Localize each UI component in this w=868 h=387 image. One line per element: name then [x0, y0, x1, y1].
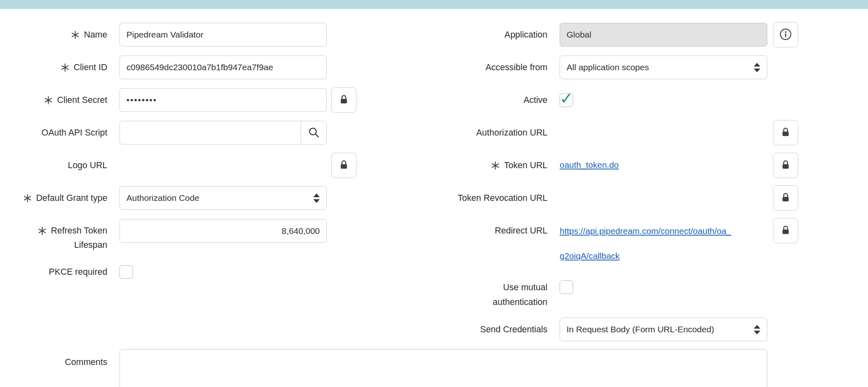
lock-icon — [338, 159, 350, 172]
active-label: Active — [408, 88, 547, 112]
use-mutual-authentication-label: Use mutual authentication — [408, 280, 547, 309]
client-id-input[interactable] — [120, 56, 327, 79]
pkce-required-label: PKCE required — [0, 260, 107, 284]
default-grant-type-label: Default Grant type — [0, 186, 107, 210]
redirect-url-link[interactable]: https://api.pipedream.com/connect/oauth/… — [560, 218, 776, 268]
name-label: Name — [0, 23, 107, 47]
logo-url-lock-button[interactable] — [331, 153, 356, 178]
oauth-application-form: Name Client ID Client Secret OAuth API S… — [0, 0, 868, 387]
client-secret-lock-button[interactable] — [331, 87, 356, 113]
client-secret-input[interactable] — [120, 88, 327, 112]
token-url-label: Token URL — [408, 153, 547, 177]
refresh-token-lifespan-label: Refresh Token Lifespan — [0, 224, 107, 252]
token-url-link[interactable]: oauth_token.do — [560, 160, 619, 170]
window-top-accent-bar — [0, 0, 868, 9]
accessible-from-select[interactable]: All application scopes — [560, 56, 767, 79]
lock-icon — [338, 94, 350, 107]
lock-icon — [780, 192, 791, 205]
authorization-url-lock-button[interactable] — [773, 120, 798, 145]
oauth-api-script-label: OAuth API Script — [0, 121, 107, 145]
select-arrows-icon — [750, 325, 760, 334]
active-checkbox[interactable]: ✓ — [560, 93, 573, 107]
logo-url-label: Logo URL — [0, 153, 107, 177]
token-url-lock-button[interactable] — [773, 153, 798, 178]
redirect-url-lock-button[interactable] — [773, 218, 798, 243]
required-icon — [61, 63, 69, 72]
lock-icon — [780, 225, 791, 237]
authorization-url-label: Authorization URL — [408, 121, 547, 145]
default-grant-type-select[interactable]: Authorization Code — [120, 186, 327, 210]
use-mutual-authentication-checkbox[interactable] — [560, 280, 573, 294]
checkmark-icon: ✓ — [560, 90, 574, 107]
required-icon — [23, 194, 32, 202]
send-credentials-select[interactable]: In Request Body (Form URL-Encoded) — [560, 318, 767, 341]
token-revocation-url-label: Token Revocation URL — [408, 186, 547, 210]
client-secret-label: Client Secret — [0, 88, 107, 112]
lock-icon — [780, 159, 791, 172]
application-info-button[interactable] — [773, 22, 798, 47]
redirect-url-label: Redirect URL — [408, 219, 547, 242]
oauth-api-script-lookup-button[interactable] — [301, 121, 326, 144]
select-arrows-icon — [309, 194, 320, 203]
select-arrows-icon — [750, 63, 760, 72]
application-input — [560, 23, 767, 47]
pkce-required-checkbox[interactable] — [120, 265, 133, 279]
refresh-token-lifespan-input[interactable] — [120, 219, 327, 243]
accessible-from-label: Accessible from — [408, 56, 547, 79]
required-icon — [38, 227, 46, 235]
required-icon — [71, 31, 80, 39]
client-id-label: Client ID — [0, 56, 107, 79]
oauth-api-script-field — [120, 121, 327, 145]
required-icon — [44, 96, 53, 105]
search-icon — [308, 126, 320, 140]
application-label: Application — [408, 23, 547, 47]
comments-label: Comments — [0, 350, 107, 374]
comments-textarea[interactable] — [120, 349, 767, 387]
token-revocation-url-lock-button[interactable] — [773, 185, 798, 211]
oauth-api-script-input[interactable] — [120, 121, 301, 144]
info-icon — [779, 28, 792, 42]
name-input[interactable] — [120, 23, 327, 47]
lock-icon — [780, 127, 791, 139]
send-credentials-label: Send Credentials — [408, 318, 547, 341]
required-icon — [491, 161, 500, 170]
